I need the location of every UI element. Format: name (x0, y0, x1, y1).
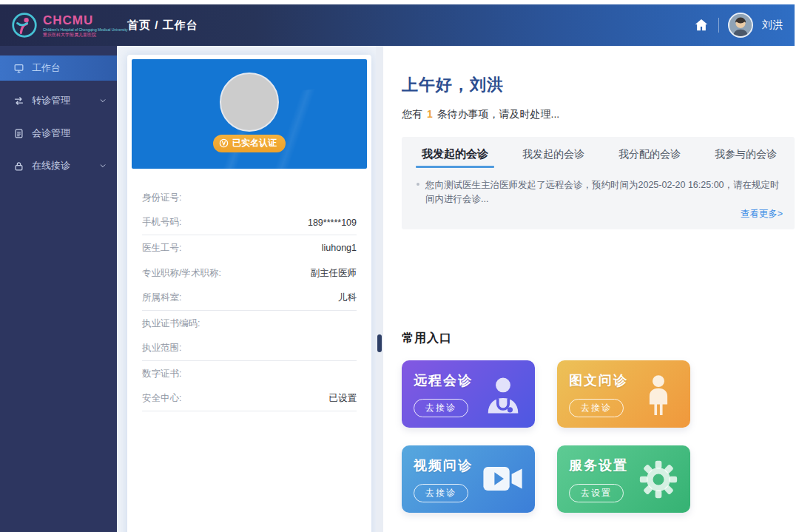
profile-field-row: 安全中心: 已设置 (142, 386, 357, 411)
go-setup-button[interactable]: 去设置 (569, 484, 624, 502)
quick-card-service-settings[interactable]: 服务设置 去设置 (557, 445, 690, 513)
todo-summary: 您有 1 条待办事项，请及时处理... (402, 108, 559, 121)
chevron-down-icon (99, 97, 107, 104)
field-label: 医生工号: (142, 242, 181, 255)
profile-banner: 已实名认证 (132, 59, 367, 169)
view-more-link[interactable]: 查看更多> (741, 208, 783, 220)
doctor-profile-card: 已实名认证 身份证号: 手机号码: 189*****109 医生工号: liuh… (127, 55, 371, 532)
field-label: 执业证书编码: (142, 317, 200, 330)
gear-icon (637, 458, 680, 501)
document-icon (13, 128, 24, 139)
profile-field-row: 执业证书编码: (142, 311, 357, 336)
doctor-icon (482, 373, 525, 416)
profile-fields: 身份证号: 手机号码: 189*****109 医生工号: liuhong1 专… (127, 173, 371, 411)
go-accept-button[interactable]: 去接诊 (414, 484, 468, 502)
app-window: CHCMU Children's Hospital of Chongqing M… (0, 0, 799, 532)
chevron-down-icon (99, 162, 107, 169)
field-label: 安全中心: (142, 392, 181, 405)
tab-my-assigned-consultations[interactable]: 我分配的会诊 (618, 148, 681, 168)
lock-icon (13, 161, 24, 172)
profile-field-row: 所属科室: 儿科 (142, 286, 357, 311)
field-label: 身份证号: (142, 192, 181, 204)
quick-card-video-inquiry[interactable]: 视频问诊 去接诊 (402, 445, 535, 513)
todo-count: 1 (425, 108, 434, 120)
field-label: 专业职称/学术职称: (142, 267, 221, 280)
hospital-logo-text: CHCMU Children's Hospital of Chongqing M… (43, 14, 128, 37)
profile-field-row: 专业职称/学术职称: 副主任医师 (142, 260, 357, 286)
transfer-icon (13, 95, 24, 107)
profile-field-row: 数字证书: (142, 361, 357, 386)
user-avatar[interactable] (728, 13, 753, 38)
verified-check-icon (219, 138, 229, 148)
go-accept-button[interactable]: 去接诊 (414, 399, 468, 417)
scrollbar-thumb[interactable] (377, 334, 382, 352)
home-icon[interactable] (693, 17, 709, 33)
field-label: 手机号码: (142, 216, 181, 229)
verified-badge-label: 已实名认证 (232, 137, 277, 149)
sidebar-item-label: 转诊管理 (32, 94, 70, 107)
user-avatar-image (729, 14, 752, 36)
sidebar-item-referral[interactable]: 转诊管理 (0, 88, 117, 113)
field-value: liuhong1 (322, 243, 357, 253)
field-value: 189*****109 (308, 218, 357, 228)
profile-field-row: 手机号码: 189*****109 (142, 210, 357, 235)
profile-field-row: 执业范围: (142, 336, 357, 361)
content-scrollbar[interactable] (376, 46, 383, 532)
dashboard-icon (13, 63, 24, 74)
bullet-dot-icon (417, 183, 419, 186)
notice-text: 您向测试医生主治医师发起了远程会诊，预约时间为2025-02-20 16:25:… (425, 178, 781, 206)
consultation-tabs-panel: 我发起的会诊 我发起的会诊 我分配的会诊 我参与的会诊 您向测试医生主治医师发起… (402, 137, 795, 229)
sidebar-item-workbench[interactable]: 工作台 (0, 55, 117, 81)
consultation-tabs: 我发起的会诊 我发起的会诊 我分配的会诊 我参与的会诊 (402, 137, 795, 168)
tab-my-participated-consultations[interactable]: 我参与的会诊 (715, 148, 777, 168)
verified-badge: 已实名认证 (213, 135, 286, 152)
notice-item[interactable]: 您向测试医生主治医师发起了远程会诊，预约时间为2025-02-20 16:25:… (417, 178, 781, 206)
profile-field-row: 医生工号: liuhong1 (142, 235, 357, 260)
field-label: 数字证书: (142, 368, 181, 380)
logo-acronym: CHCMU (43, 14, 128, 27)
hospital-logo-icon (10, 11, 38, 39)
quick-entry-title: 常用入口 (402, 331, 452, 346)
field-value: 副主任医师 (311, 267, 357, 280)
sidebar-item-label: 在线接诊 (32, 159, 70, 172)
person-icon (637, 373, 680, 416)
sidebar-item-label: 工作台 (32, 61, 61, 75)
go-accept-button[interactable]: 去接诊 (569, 399, 624, 417)
breadcrumb: 首页 / 工作台 (127, 18, 198, 33)
sidebar-item-consultation[interactable]: 会诊管理 (0, 121, 117, 146)
top-bar-divider (718, 18, 719, 33)
logo-tagline-en: Children's Hospital of Chongqing Medical… (43, 28, 128, 32)
top-bar: CHCMU Children's Hospital of Chongqing M… (0, 4, 795, 46)
field-value: 已设置 (329, 392, 357, 405)
quick-card-text-inquiry[interactable]: 图文问诊 去接诊 (557, 360, 690, 428)
sidebar-item-label: 会诊管理 (32, 127, 70, 140)
quick-card-remote-consultation[interactable]: 远程会诊 去接诊 (402, 360, 535, 428)
sidebar-item-online-reception[interactable]: 在线接诊 (0, 153, 117, 178)
tab-my-initiated-consultations-2[interactable]: 我发起的会诊 (522, 148, 584, 168)
field-label: 所属科室: (142, 292, 181, 304)
top-bar-right: 刘洪 (693, 4, 783, 46)
field-value: 儿科 (338, 292, 357, 304)
tab-my-initiated-consultations[interactable]: 我发起的会诊 (422, 147, 488, 168)
greeting-title: 上午好，刘洪 (402, 74, 504, 96)
field-label: 执业范围: (142, 342, 181, 354)
sidebar-nav: 工作台 转诊管理 会诊管理 在线接诊 (0, 46, 117, 532)
profile-avatar-placeholder[interactable] (220, 73, 279, 132)
video-camera-icon (482, 458, 525, 501)
profile-field-row: 身份证号: (142, 185, 357, 210)
user-name[interactable]: 刘洪 (762, 18, 783, 32)
logo-tagline-cn: 重庆医科大学附属儿童医院 (43, 33, 128, 37)
todo-suffix: 条待办事项，请及时处理... (437, 108, 560, 120)
todo-prefix: 您有 (402, 108, 422, 120)
hospital-logo[interactable]: CHCMU Children's Hospital of Chongqing M… (0, 11, 117, 39)
